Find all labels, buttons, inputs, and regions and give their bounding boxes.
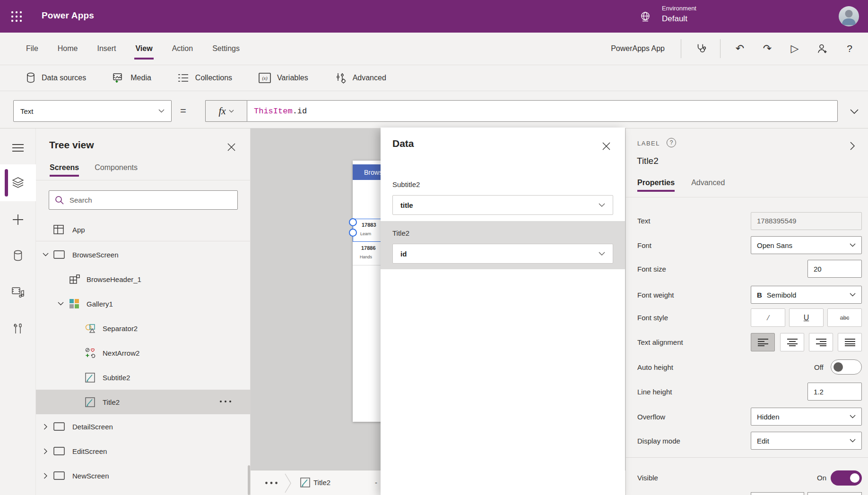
- search-box[interactable]: [49, 190, 238, 210]
- toolbar-data-sources[interactable]: Data sources: [26, 72, 86, 84]
- menu-settings[interactable]: Settings: [212, 34, 240, 63]
- search-input[interactable]: [69, 196, 226, 204]
- fx-dropdown[interactable]: fx: [205, 100, 247, 122]
- menu-home[interactable]: Home: [58, 34, 78, 63]
- chevron-down-icon: [599, 203, 605, 207]
- undo-icon[interactable]: ↶: [732, 41, 748, 57]
- rail-add-icon[interactable]: [0, 204, 36, 235]
- tree-close-icon[interactable]: [224, 140, 238, 154]
- tree-item-browseheader[interactable]: BrowseHeader_1: [36, 267, 251, 291]
- data-close-icon[interactable]: [599, 139, 613, 153]
- align-center-button[interactable]: [780, 333, 804, 351]
- strikethrough-button[interactable]: abc: [827, 308, 862, 327]
- italic-button[interactable]: /: [751, 308, 785, 327]
- data-field-title2-dropdown[interactable]: id: [392, 244, 613, 264]
- environment-name[interactable]: Default: [662, 14, 687, 24]
- variables-icon: (x): [259, 73, 271, 83]
- tree-scrollbar[interactable]: [248, 465, 250, 495]
- svg-text:(x): (x): [262, 76, 268, 81]
- formula-input[interactable]: ThisItem.id: [247, 100, 838, 122]
- media-icon: [113, 72, 124, 84]
- environment-globe-icon: [639, 11, 651, 23]
- menu-action[interactable]: Action: [172, 34, 193, 63]
- avatar[interactable]: [839, 6, 859, 26]
- selection-handle[interactable]: [349, 218, 357, 226]
- chevron-right-icon[interactable]: [43, 448, 49, 454]
- display-mode-dropdown[interactable]: Edit: [751, 432, 862, 450]
- tree-item-app[interactable]: App: [36, 217, 251, 242]
- panel-collapse-icon[interactable]: [846, 140, 859, 152]
- waffle-menu-icon[interactable]: [7, 7, 26, 26]
- tree-item-separator2[interactable]: Separator2: [36, 316, 251, 341]
- divider: [36, 241, 251, 241]
- clipped-input: [807, 492, 862, 495]
- rail-data-icon[interactable]: [0, 240, 36, 271]
- property-selector[interactable]: Text: [13, 100, 172, 122]
- tab-advanced[interactable]: Advanced: [691, 179, 725, 192]
- chevron-right-icon[interactable]: [43, 424, 49, 430]
- help-icon[interactable]: ?: [842, 41, 858, 57]
- control-type-label: LABEL: [637, 140, 660, 147]
- breadcrumb-more-icon[interactable]: [265, 481, 278, 485]
- menu-insert[interactable]: Insert: [97, 34, 116, 63]
- align-justify-button[interactable]: [838, 333, 862, 351]
- text-value-field[interactable]: [751, 212, 862, 230]
- equals-sign: =: [180, 105, 186, 117]
- align-right-button[interactable]: [809, 333, 833, 351]
- tab-components[interactable]: Components: [95, 163, 138, 177]
- menu-view[interactable]: View: [135, 34, 152, 63]
- overflow-dropdown[interactable]: Hidden: [751, 408, 862, 426]
- tree-item-title2[interactable]: Title2: [36, 390, 251, 414]
- bold-icon: B: [757, 291, 762, 299]
- prop-row-font: Font Open Sans: [626, 236, 868, 254]
- font-size-field[interactable]: [807, 260, 862, 278]
- redo-icon[interactable]: ↷: [759, 41, 775, 57]
- tree-item-subtitle2[interactable]: Subtitle2: [36, 365, 251, 390]
- font-dropdown[interactable]: Open Sans: [751, 236, 862, 254]
- menu-items: File Home Insert View Action Settings: [26, 33, 240, 65]
- selection-handle[interactable]: [349, 229, 357, 237]
- toolbar-advanced[interactable]: Advanced: [335, 72, 386, 84]
- menu-file[interactable]: File: [26, 34, 38, 63]
- share-icon[interactable]: [814, 41, 830, 57]
- chevron-down-icon[interactable]: [43, 253, 49, 256]
- align-left-button[interactable]: [751, 333, 775, 351]
- rail-tools-icon[interactable]: [0, 314, 36, 345]
- collapse-rail-icon[interactable]: [0, 132, 36, 163]
- chevron-down-icon[interactable]: [58, 302, 64, 306]
- font-weight-dropdown[interactable]: B Semibold: [751, 286, 862, 304]
- toolbar-collections[interactable]: Collections: [178, 73, 232, 83]
- chevron-right-icon[interactable]: [43, 473, 49, 479]
- play-preview-icon[interactable]: ▷: [787, 41, 803, 57]
- chevron-down-icon: [229, 110, 234, 113]
- rail-tree-view-icon[interactable]: [0, 164, 36, 201]
- underline-button[interactable]: U: [789, 308, 824, 327]
- tree-item-nextarrow2[interactable]: NextArrow2: [36, 341, 251, 365]
- tree-item-gallery1[interactable]: Gallery1: [36, 291, 251, 316]
- tab-properties[interactable]: Properties: [637, 179, 675, 192]
- tree-item-editscreen[interactable]: EditScreen: [36, 439, 251, 463]
- breadcrumb-control[interactable]: Title2: [313, 478, 330, 486]
- line-height-field[interactable]: [807, 383, 862, 401]
- data-field-subtitle2-dropdown[interactable]: title: [392, 195, 613, 215]
- visible-toggle[interactable]: [831, 470, 862, 486]
- toolbar-variables[interactable]: (x) Variables: [259, 73, 308, 83]
- tree-item-newscreen[interactable]: NewScreen: [36, 463, 251, 488]
- prop-row-text: Text: [626, 212, 868, 230]
- toolbar-media[interactable]: Media: [113, 72, 151, 84]
- auto-height-toggle[interactable]: [831, 359, 862, 375]
- rail-media-icon[interactable]: [0, 277, 36, 308]
- app-icon: [53, 225, 64, 234]
- tab-screens[interactable]: Screens: [50, 163, 79, 177]
- row-more-icon[interactable]: [219, 400, 232, 403]
- tree-item-detailscreen[interactable]: DetailScreen: [36, 414, 251, 439]
- advanced-icon: [335, 72, 347, 84]
- tree-item-browsescreen[interactable]: BrowseScreen: [36, 242, 251, 267]
- help-icon[interactable]: ?: [667, 138, 676, 147]
- app-checker-icon[interactable]: [693, 41, 709, 57]
- tree-view-title: Tree view: [49, 139, 94, 151]
- app-title: Power Apps: [42, 10, 94, 21]
- formula-expand-icon[interactable]: [846, 103, 862, 119]
- data-flyout-title: Data: [392, 138, 414, 149]
- label-control-icon: [300, 478, 310, 487]
